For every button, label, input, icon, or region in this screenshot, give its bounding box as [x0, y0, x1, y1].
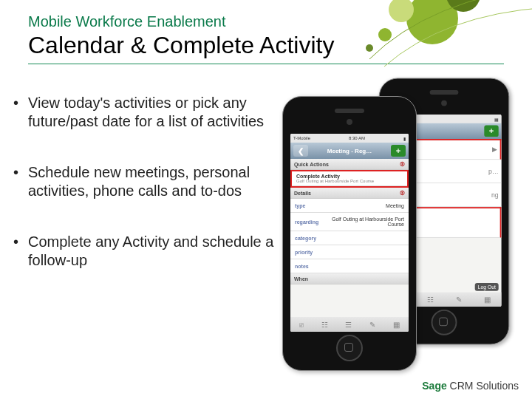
bullet-item: Schedule new meetings, personal activiti…	[28, 163, 287, 200]
details-header: Details⦿	[290, 188, 409, 199]
quick-actions-header: Quick Actions⦿	[290, 159, 409, 170]
home-button[interactable]	[336, 335, 363, 361]
detail-row: typeMeeting	[290, 199, 409, 213]
detail-row: notes	[290, 259, 409, 273]
complete-activity-row[interactable]: Complete Activity Golf Outing at Harbour…	[292, 171, 407, 186]
back-icon[interactable]: ❮	[293, 145, 308, 157]
nav-icon[interactable]: ✎	[369, 321, 375, 329]
when-header: When	[290, 273, 409, 284]
nav-icon[interactable]: ☰	[345, 321, 352, 329]
nav-icon[interactable]: ⎚	[299, 321, 304, 329]
collapse-icon[interactable]: ⦿	[400, 162, 405, 167]
detail-row: priority	[290, 245, 409, 259]
nav-icon[interactable]: ✎	[456, 296, 462, 304]
add-icon[interactable]: ＋	[484, 126, 498, 137]
nav-title: Meeting - Reg…	[327, 148, 372, 154]
bottom-toolbar: ⎚ ☷ ☰ ✎ ▦	[290, 317, 409, 332]
logout-button[interactable]: Log Out	[475, 283, 499, 291]
phone-mockups: •••▦ ❮＋ ▶ p… ng Log Out ◧☷✎▦ T-Mobile 8:…	[282, 74, 511, 384]
bullet-item: View today's activities or pick any futu…	[28, 94, 287, 131]
decorative-swirl	[340, 0, 532, 74]
nav-icon[interactable]: ▦	[393, 321, 400, 329]
collapse-icon[interactable]: ⦿	[400, 191, 405, 196]
add-button[interactable]: ＋	[391, 145, 406, 157]
carrier-label: T-Mobile	[293, 136, 310, 140]
detail-row: category	[290, 231, 409, 245]
footer-logo: Sage CRM Solutions	[422, 380, 519, 392]
battery-icon: ▮	[403, 136, 406, 141]
status-bar: T-Mobile 8:30 AM ▮	[290, 134, 409, 143]
detail-row: regardingGolf Outing at Harbourside Port…	[290, 213, 409, 231]
nav-bar: ❮ Meeting - Reg… ＋	[290, 143, 409, 159]
chevron-right-icon: ▶	[492, 146, 497, 154]
highlight-complete: Complete Activity Golf Outing at Harbour…	[290, 170, 409, 188]
phone-front: T-Mobile 8:30 AM ▮ ❮ Meeting - Reg… ＋ Qu…	[282, 96, 417, 371]
nav-icon[interactable]: ☷	[321, 321, 328, 329]
clock-label: 8:30 AM	[349, 136, 365, 140]
bullet-item: Complete any Activity and schedule a fol…	[28, 233, 287, 270]
nav-icon[interactable]: ▦	[484, 296, 491, 304]
nav-icon[interactable]: ☷	[427, 296, 434, 304]
bullet-list: View today's activities or pick any futu…	[0, 76, 287, 270]
home-button[interactable]	[432, 310, 457, 335]
